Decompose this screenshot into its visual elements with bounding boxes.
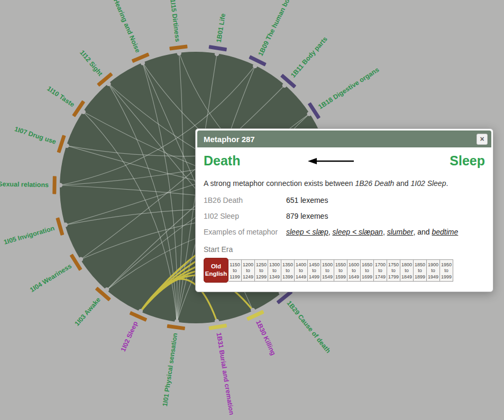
era-cell[interactable]: 1250to1299: [255, 259, 268, 282]
era-selector: Old English 1150to11991200to12491250to12…: [204, 258, 485, 283]
era-cell-line: 1699: [361, 274, 373, 281]
era-cell-line: 1249: [242, 274, 254, 281]
category-label[interactable]: 1I12 Sight: [78, 49, 104, 78]
era-cell-line: to: [387, 268, 400, 274]
era-cell[interactable]: 1750to1799: [387, 259, 400, 282]
category-tick[interactable]: [208, 324, 227, 330]
category-tick[interactable]: [167, 324, 186, 331]
category-dot: [282, 83, 287, 88]
example-lexeme-link[interactable]: slumber: [387, 228, 414, 236]
category-dot: [175, 319, 179, 323]
category-dot: [79, 257, 83, 261]
old-english-line: Old: [211, 263, 221, 270]
category-label[interactable]: 1I02 Sleep: [120, 320, 140, 353]
era-cell-line: 1250: [255, 262, 268, 268]
era-cell[interactable]: 1550to1599: [334, 259, 347, 282]
category-dot: [65, 144, 69, 148]
era-cell[interactable]: 1900to1949: [427, 259, 440, 282]
era-cell-line: to: [334, 268, 347, 274]
category-label[interactable]: 1B11 Body parts: [289, 35, 329, 79]
era-cell[interactable]: 1800to1849: [400, 259, 414, 282]
target-category-heading: Sleep: [450, 153, 485, 169]
source-ref: 1B26 Death: [355, 179, 394, 188]
era-cell[interactable]: 1400to1449: [295, 259, 308, 282]
era-cell-line: 1599: [334, 274, 347, 281]
category-label[interactable]: 1I01 Physical sensation: [161, 332, 179, 407]
category-label[interactable]: 1I15 Dirtiness: [169, 0, 181, 42]
detail-label: 1B26 Death: [204, 196, 286, 205]
category-label[interactable]: 1B30 Killing: [254, 319, 277, 357]
example-lexeme-link[interactable]: sleep < slæpan: [333, 228, 383, 236]
era-cell-line: 1850: [414, 262, 426, 268]
era-cell-line: 1950: [440, 262, 453, 268]
category-tick[interactable]: [169, 44, 188, 50]
era-cell-line: 1799: [387, 274, 400, 281]
examples-label: Examples of metaphor: [204, 228, 286, 237]
era-cell[interactable]: 1600to1649: [347, 259, 361, 282]
era-cell[interactable]: 1500to1549: [321, 259, 334, 282]
description-text: and: [394, 179, 410, 188]
target-ref: 1I02 Sleep: [411, 179, 446, 188]
era-cell-line: 1800: [400, 262, 413, 268]
metaphor-popup: Metaphor 287 × Death Sleep A strong meta…: [195, 128, 493, 292]
category-tick[interactable]: [57, 135, 66, 153]
category-label[interactable]: 1B31 Burial and cremation: [215, 332, 235, 415]
era-cell[interactable]: 1200to1249: [242, 259, 255, 282]
era-cell-line: 1999: [440, 274, 453, 281]
era-cell[interactable]: 1450to1499: [308, 259, 321, 282]
era-cell-line: to: [374, 268, 387, 274]
category-label[interactable]: 1B01 Life: [215, 13, 227, 43]
era-cell[interactable]: 1150to1199: [228, 259, 242, 282]
detail-row: 1I02 Sleep 879 lexemes: [204, 212, 485, 221]
category-label[interactable]: 1I03 Awake: [74, 296, 102, 328]
era-cell-line: 1499: [308, 274, 320, 281]
detail-row: 1B26 Death 651 lexemes: [204, 196, 485, 205]
era-cell-line: to: [427, 268, 439, 274]
category-label[interactable]: 1I10 Taste: [45, 85, 76, 108]
popup-body: Death Sleep A strong metaphor connection…: [197, 147, 491, 283]
category-label[interactable]: 1I13 Hearing and Noise: [106, 0, 142, 54]
era-cell[interactable]: 1700to1749: [374, 259, 387, 282]
direction-arrow: [226, 157, 436, 165]
old-english-era-button[interactable]: Old English: [204, 258, 228, 283]
description: A strong metaphor connection exists betw…: [204, 179, 485, 188]
era-cell-line: 1300: [268, 262, 281, 268]
category-label[interactable]: 1B29 Cause of death: [286, 300, 332, 354]
era-cell[interactable]: 1350to1399: [281, 259, 295, 282]
category-label[interactable]: 1B09 The human body: [257, 0, 295, 57]
era-cell[interactable]: 1650to1699: [361, 259, 374, 282]
era-cell-line: to: [308, 268, 320, 274]
category-label[interactable]: 1I06 Sexual relations: [0, 180, 49, 189]
era-cell-line: 1899: [414, 274, 426, 281]
era-cell-line: 1550: [334, 262, 347, 268]
example-lexeme-link[interactable]: sleep < slæp: [286, 228, 328, 236]
examples-row: Examples of metaphor sleep < slæp, sleep…: [204, 228, 485, 237]
category-label[interactable]: 1I04 Weariness: [29, 262, 73, 294]
category-dot: [253, 64, 257, 68]
example-lexeme-link[interactable]: bedtime: [432, 228, 459, 236]
category-tick[interactable]: [56, 217, 64, 236]
category-dot: [215, 319, 219, 323]
category-dot: [251, 308, 255, 312]
era-cell-line: 1349: [268, 274, 281, 281]
era-cell[interactable]: 1950to1999: [440, 259, 453, 282]
category-label[interactable]: 1I05 Invigoration: [3, 225, 55, 246]
category-dot: [177, 51, 181, 55]
era-cell-line: 1750: [387, 262, 400, 268]
era-cell[interactable]: 1850to1899: [414, 259, 427, 282]
era-cell-line: 1350: [281, 262, 294, 268]
era-cell-line: to: [414, 268, 426, 274]
close-button[interactable]: ×: [476, 134, 488, 145]
era-cell[interactable]: 1300to1349: [268, 259, 281, 282]
era-cell-line: 1200: [242, 262, 254, 268]
category-tick[interactable]: [208, 45, 227, 51]
era-cell-line: 1600: [347, 262, 360, 268]
category-dot: [106, 82, 111, 86]
era-cell-line: to: [281, 268, 294, 274]
category-label[interactable]: 1I07 Drug use: [13, 125, 57, 146]
era-cells: 1150to11991200to12491250to12991300to1349…: [228, 259, 453, 282]
era-cell-line: to: [268, 268, 281, 274]
popup-header: Metaphor 287 ×: [197, 130, 491, 147]
category-tick[interactable]: [52, 176, 57, 194]
category-label[interactable]: 1B18 Digestive organs: [317, 66, 380, 111]
